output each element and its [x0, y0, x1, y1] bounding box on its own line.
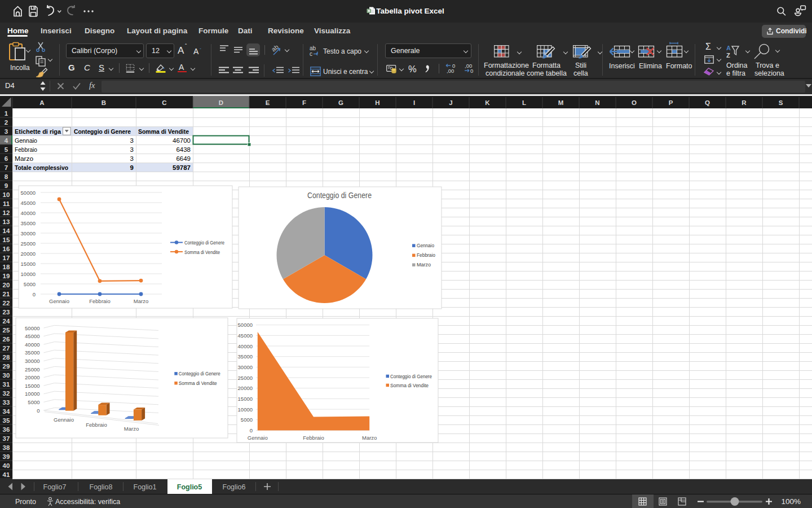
svg-text:6649: 6649 [176, 155, 191, 162]
svg-text:2: 2 [5, 119, 8, 126]
svg-text:C: C [162, 99, 166, 106]
svg-text:10: 10 [3, 191, 10, 198]
svg-text:20000: 20000 [25, 374, 39, 380]
svg-text:35: 35 [3, 417, 10, 424]
svg-text:38: 38 [3, 444, 10, 451]
svg-text:Conteggio di Genere: Conteggio di Genere [74, 128, 131, 135]
svg-text:6: 6 [5, 155, 8, 162]
svg-text:Somma di Vendite: Somma di Vendite [390, 382, 429, 388]
svg-text:3: 3 [130, 146, 134, 153]
svg-text:Marzo: Marzo [134, 298, 148, 304]
svg-text:15000: 15000 [21, 261, 36, 267]
svg-text:Somma di Vendite: Somma di Vendite [138, 128, 189, 135]
svg-text:K: K [485, 99, 490, 106]
svg-text:B: B [102, 99, 106, 106]
svg-text:E: E [266, 99, 270, 106]
svg-text:30: 30 [3, 372, 10, 379]
svg-text:Conteggio di Genere: Conteggio di Genere [184, 239, 224, 246]
svg-text:7: 7 [5, 164, 8, 171]
svg-text:P: P [669, 99, 673, 106]
svg-text:5000: 5000 [24, 281, 36, 287]
svg-text:Conteggio di Genere: Conteggio di Genere [179, 370, 220, 376]
svg-text:100%: 100% [781, 497, 801, 506]
svg-text:3: 3 [130, 155, 134, 162]
svg-text:46700: 46700 [173, 137, 191, 144]
svg-text:33: 33 [3, 399, 10, 406]
svg-text:Gennaio: Gennaio [54, 417, 74, 423]
svg-text:35000: 35000 [21, 220, 36, 226]
svg-text:Q: Q [705, 99, 710, 106]
svg-text:50000: 50000 [21, 190, 36, 196]
svg-text:N: N [595, 99, 599, 106]
svg-text:11: 11 [3, 200, 10, 207]
svg-text:Marzo: Marzo [417, 261, 431, 268]
svg-text:0: 0 [33, 291, 36, 297]
svg-text:41: 41 [3, 471, 10, 478]
svg-text:9: 9 [130, 164, 134, 171]
svg-text:10000: 10000 [21, 271, 36, 277]
svg-text:25000: 25000 [238, 375, 253, 381]
svg-text:O: O [632, 99, 637, 106]
svg-text:Febbraio: Febbraio [86, 422, 107, 428]
svg-text:F: F [302, 99, 306, 106]
svg-text:6438: 6438 [176, 146, 191, 153]
svg-text:30000: 30000 [21, 230, 36, 237]
svg-text:34: 34 [3, 408, 10, 415]
svg-text:12: 12 [3, 209, 10, 216]
svg-text:M: M [558, 99, 564, 106]
svg-text:25000: 25000 [21, 240, 36, 247]
svg-text:J: J [449, 99, 452, 106]
svg-text:20: 20 [3, 282, 10, 288]
svg-text:Totale complessivo: Totale complessivo [15, 164, 68, 171]
svg-text:5000: 5000 [28, 399, 39, 405]
svg-text:40000: 40000 [21, 210, 36, 216]
svg-text:1: 1 [5, 110, 8, 117]
svg-text:32: 32 [3, 390, 10, 397]
svg-text:39: 39 [3, 453, 10, 460]
svg-text:10000: 10000 [25, 391, 39, 397]
svg-text:13: 13 [3, 218, 10, 225]
svg-text:Conteggio di Genere: Conteggio di Genere [390, 373, 432, 379]
svg-text:5: 5 [5, 146, 8, 153]
svg-text:S: S [779, 99, 783, 106]
svg-text:35000: 35000 [238, 353, 253, 360]
svg-text:Foglio8: Foglio8 [90, 483, 113, 491]
svg-text:45000: 45000 [238, 332, 253, 339]
svg-text:Z: Z [726, 52, 730, 59]
svg-text:Febbraio: Febbraio [15, 146, 37, 153]
svg-text:H: H [375, 99, 379, 106]
svg-text:21: 21 [3, 291, 10, 297]
svg-text:Febbraio: Febbraio [89, 298, 111, 304]
svg-text:14: 14 [3, 227, 10, 234]
svg-text:19: 19 [3, 273, 10, 279]
svg-text:Foglio5: Foglio5 [177, 483, 202, 491]
svg-text:A: A [726, 45, 731, 51]
svg-text:G: G [338, 99, 343, 106]
svg-text:17: 17 [3, 255, 10, 261]
svg-text:L: L [522, 99, 526, 106]
svg-text:Gennaio: Gennaio [15, 137, 37, 144]
svg-text:22: 22 [3, 300, 10, 306]
svg-text:30000: 30000 [25, 358, 39, 364]
svg-text:Gennaio: Gennaio [417, 242, 434, 248]
svg-text:Pronto: Pronto [15, 498, 36, 506]
svg-text:ab: ab [271, 43, 280, 53]
svg-text:45000: 45000 [21, 200, 36, 206]
svg-text:40: 40 [3, 462, 10, 469]
svg-text:29: 29 [3, 363, 10, 370]
svg-text:Foglio6: Foglio6 [223, 483, 246, 491]
svg-text:,00: ,00 [447, 68, 454, 73]
svg-text:50000: 50000 [25, 325, 39, 331]
svg-text:27: 27 [3, 345, 10, 352]
svg-text:R: R [742, 99, 747, 106]
svg-text:28: 28 [3, 354, 10, 361]
svg-text:26: 26 [3, 336, 10, 343]
svg-text:3: 3 [5, 128, 8, 135]
svg-text:15000: 15000 [238, 396, 253, 402]
svg-text:20000: 20000 [21, 251, 36, 257]
svg-text:40000: 40000 [25, 341, 39, 348]
svg-text:D: D [219, 99, 223, 106]
svg-text:c: c [310, 51, 312, 56]
svg-text:Gennaio: Gennaio [248, 435, 268, 441]
svg-text:5000: 5000 [241, 417, 253, 423]
